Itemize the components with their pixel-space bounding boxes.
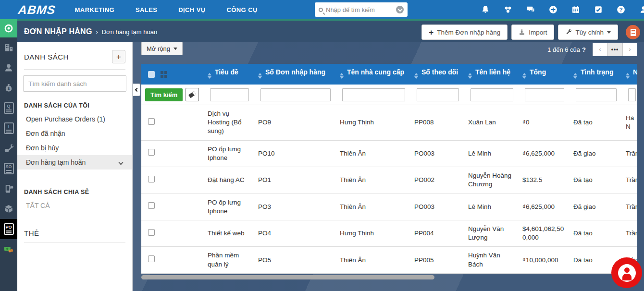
cell-clipped: Hà N — [622, 105, 637, 141]
filter-input-tracking[interactable] — [417, 88, 459, 101]
expand-button[interactable]: Mở rộng — [141, 42, 183, 55]
help-icon[interactable]: ? — [617, 5, 625, 14]
global-search-input[interactable] — [326, 6, 393, 13]
rail-sales-orders-item[interactable]: SO — [0, 158, 17, 179]
invoice-doc-icon: I — [4, 122, 14, 134]
cell-po-number: PO4 — [254, 220, 336, 246]
bullseye-icon — [4, 24, 13, 33]
rail-purchase-orders-item[interactable]: PO — [0, 219, 17, 239]
column-header-tracking[interactable]: Số theo dõi — [410, 64, 464, 85]
cell-title: PO ốp lưng Iphone — [204, 140, 254, 167]
bell-icon[interactable] — [481, 5, 490, 14]
chat-icon[interactable] — [526, 5, 535, 14]
document-badge-button[interactable] — [626, 25, 640, 39]
chevron-down-icon[interactable] — [119, 160, 124, 165]
filter-input-total[interactable] — [525, 88, 564, 101]
tasks-icon[interactable] — [594, 5, 603, 14]
page-menu-button[interactable]: ••• — [607, 43, 622, 56]
plus-circle-icon[interactable] — [549, 5, 557, 14]
chevron-left-icon — [135, 88, 139, 92]
rail-products-item[interactable] — [0, 199, 17, 219]
list-search-input[interactable] — [23, 75, 126, 92]
row-checkbox[interactable] — [148, 118, 155, 125]
wrench-icon — [565, 29, 572, 36]
sidebar-collapse-button[interactable] — [133, 84, 140, 96]
sales-order-doc-icon: SO — [4, 163, 14, 174]
menu-marketing[interactable]: MARKETING — [75, 6, 114, 13]
filter-input-vendor[interactable] — [342, 88, 405, 101]
filter-input-status[interactable] — [576, 88, 617, 101]
cell-po-number: PO1 — [254, 167, 336, 194]
cell-clipped: Trần — [622, 220, 637, 246]
row-checkbox[interactable] — [148, 176, 155, 182]
sidebar-item-tat-ca[interactable]: TẤT CẢ — [17, 198, 132, 213]
table-row: Đặt hàng AC PO1 Thiên Ân PO002 Nguyễn Ho… — [141, 167, 637, 194]
prev-page-button[interactable]: ‹ — [593, 43, 607, 56]
table-row: PO ốp lưng Iphone PO10 Thiên Ân PO003 Lê… — [141, 140, 637, 167]
sidebar-item-don-da-nhan[interactable]: Đơn đã nhận — [17, 126, 132, 141]
support-widget-button[interactable] — [611, 257, 642, 288]
column-header-contact[interactable]: Tên liên hệ — [464, 64, 519, 85]
rail-invoices-item[interactable]: I — [0, 118, 17, 138]
menu-sales[interactable]: SALES — [136, 6, 157, 13]
row-checkbox[interactable] — [148, 229, 155, 236]
cell-status: Đã tạo — [570, 105, 622, 141]
filter-input-title[interactable] — [210, 88, 249, 101]
cell-po-number: PO10 — [254, 140, 336, 167]
column-header-status[interactable]: Tình trạng — [570, 64, 622, 85]
grid-view-icon[interactable] — [161, 71, 167, 78]
cell-vendor: Thiên Ân — [336, 167, 410, 194]
purchase-orders-table: Tiêu đề Số Đơn nhập hàng Tên nhà cung cấ… — [141, 64, 637, 274]
column-header-vendor[interactable]: Tên nhà cung cấp — [336, 64, 410, 85]
rail-quotes-item[interactable]: Q — [0, 98, 17, 118]
rail-deals-item[interactable]: $ — [0, 78, 17, 98]
search-scope-dropdown-icon[interactable] — [396, 6, 404, 13]
next-page-button[interactable]: › — [622, 43, 637, 56]
clear-filters-button[interactable] — [186, 88, 199, 101]
filter-actions-cell: Tìm kiếm — [141, 85, 204, 105]
row-checkbox[interactable] — [148, 149, 155, 156]
filter-input-contact[interactable] — [471, 88, 513, 101]
plus-icon: + — [429, 28, 433, 36]
column-header-title[interactable]: Tiêu đề — [204, 64, 254, 85]
sort-icon — [468, 71, 472, 81]
menu-cong-cu[interactable]: CÔNG CỤ — [227, 6, 258, 13]
calendar-icon[interactable] — [571, 5, 580, 14]
customize-button[interactable]: Tùy chỉnh — [558, 24, 618, 40]
rail-company-item[interactable] — [0, 37, 17, 58]
filter-input-po-number[interactable] — [260, 88, 331, 101]
filter-input-clipped[interactable] — [628, 88, 636, 101]
import-button[interactable]: Import — [511, 24, 554, 40]
cell-po-number: PO5 — [254, 247, 336, 273]
column-header-po-number[interactable]: Số Đơn nhập hàng — [254, 64, 336, 85]
cell-tracking: PP008 — [410, 105, 464, 141]
column-header-total[interactable]: Tổng — [519, 64, 570, 85]
rail-contacts-item[interactable] — [0, 58, 17, 78]
cell-total: ₫10,000,000 — [519, 247, 570, 273]
column-header-clipped[interactable]: N — [622, 64, 637, 85]
cell-clipped: Trần — [622, 140, 637, 167]
abms-logo[interactable]: ABMS — [17, 3, 56, 17]
breadcrumb-module[interactable]: ĐƠN NHẬP HÀNG — [24, 27, 92, 36]
rail-sms-item[interactable] — [0, 179, 17, 199]
top-menu: MARKETING SALES DỊCH VỤ CÔNG CỤ — [75, 6, 258, 13]
table-search-button[interactable]: Tìm kiếm — [145, 88, 183, 101]
sidebar-item-don-hang-tam-hoan[interactable]: Đơn hàng tạm hoãn — [17, 155, 132, 170]
rail-services-item[interactable] — [0, 138, 17, 158]
rail-target-item[interactable] — [0, 19, 17, 37]
select-all-checkbox[interactable] — [148, 71, 155, 78]
sidebar-item-open-purchase-orders[interactable]: Open Purchase Orders (1) — [17, 112, 132, 126]
top-icons: ? — [481, 0, 644, 19]
rail-payments-item[interactable] — [0, 239, 17, 259]
row-checkbox[interactable] — [148, 255, 155, 262]
row-checkbox[interactable] — [148, 202, 155, 209]
add-list-button[interactable]: + — [112, 50, 125, 63]
horizontal-scrollbar-thumb[interactable] — [141, 275, 434, 279]
add-purchase-order-button[interactable]: + Thêm Đơn nhập hàng — [421, 24, 508, 40]
cell-tracking: PP004 — [410, 220, 464, 246]
menu-dich-vu[interactable]: DỊCH VỤ — [178, 6, 205, 13]
sidebar-item-don-bi-huy[interactable]: Đơn bị hủy — [17, 141, 132, 155]
apps-icon[interactable] — [504, 5, 512, 14]
phone-chat-icon — [4, 184, 13, 194]
user-icon[interactable] — [639, 5, 644, 14]
